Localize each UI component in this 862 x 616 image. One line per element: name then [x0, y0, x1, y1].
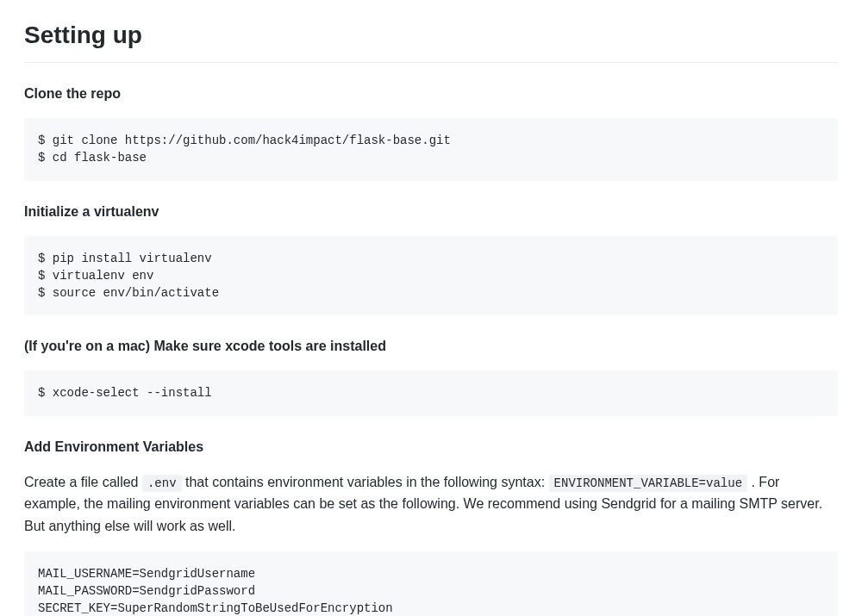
text-mid: that contains environment variables in t… [182, 475, 549, 489]
code-block-virtualenv[interactable]: $ pip install virtualenv $ virtualenv en… [24, 236, 838, 316]
text-before: Create a file called [24, 475, 142, 489]
code-block-envvars[interactable]: MAIL_USERNAME=SendgridUsername MAIL_PASS… [24, 551, 838, 616]
page-heading: Setting up [24, 17, 838, 63]
section-title-xcode: (If you're on a mac) Make sure xcode too… [24, 336, 838, 357]
section-title-envvars: Add Environment Variables [24, 437, 838, 457]
inline-code-env: .env [142, 475, 182, 492]
code-block-xcode[interactable]: $ xcode-select --install [24, 370, 838, 415]
section-title-clone: Clone the repo [24, 84, 838, 104]
envvars-paragraph: Create a file called .env that contains … [24, 471, 838, 538]
inline-code-syntax: ENVIRONMENT_VARIABLE=value [549, 475, 747, 492]
section-title-virtualenv: Initialize a virtualenv [24, 202, 838, 222]
code-block-clone[interactable]: $ git clone https://github.com/hack4impa… [24, 118, 838, 181]
